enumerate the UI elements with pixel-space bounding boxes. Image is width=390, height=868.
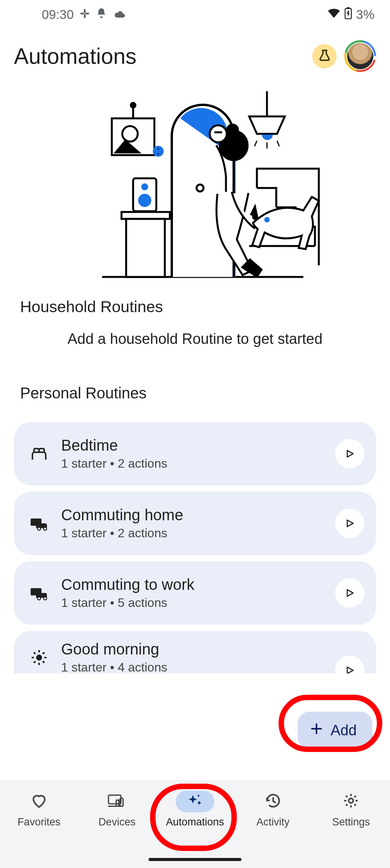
bottom-nav: Favorites Devices Automations Activity S…: [0, 780, 390, 868]
svg-point-18: [138, 194, 151, 207]
nav-automations[interactable]: Automations: [158, 791, 232, 828]
nav-label: Devices: [98, 816, 135, 828]
routine-subtitle: 1 starter • 2 actions: [61, 456, 335, 471]
fab-label: Add: [330, 722, 357, 739]
routine-subtitle: 1 starter • 5 actions: [61, 596, 335, 610]
cloud-icon: [113, 7, 126, 22]
routine-title: Bedtime: [61, 437, 335, 454]
svg-point-12: [131, 103, 135, 108]
page-title: Automations: [14, 43, 312, 69]
svg-point-17: [141, 183, 148, 190]
routine-card-commuting-work[interactable]: Commuting to work 1 starter • 5 actions: [14, 561, 376, 625]
status-right: 3%: [327, 7, 375, 22]
nav-label: Automations: [166, 816, 224, 828]
svg-line-27: [255, 141, 257, 146]
routine-card-commuting-home[interactable]: Commuting home 1 starter • 2 actions: [14, 492, 376, 555]
devices-icon: [108, 793, 126, 810]
routine-title: Commuting home: [61, 506, 335, 524]
routine-title: Commuting to work: [61, 576, 335, 593]
svg-point-23: [210, 125, 227, 142]
bell-icon: [96, 7, 107, 22]
wifi-icon: [327, 7, 340, 22]
heart-icon: [31, 792, 48, 811]
svg-point-37: [44, 597, 47, 600]
svg-point-31: [264, 217, 270, 222]
slack-icon: [79, 7, 90, 22]
plus-icon: [310, 722, 323, 739]
svg-point-51: [349, 798, 353, 803]
nav-label: Favorites: [17, 816, 60, 828]
commute-icon: [26, 585, 53, 601]
svg-line-43: [34, 652, 35, 654]
nav-label: Settings: [332, 816, 370, 828]
svg-point-38: [36, 654, 42, 660]
status-time: 09:30: [42, 7, 74, 22]
battery-text: 3%: [356, 7, 375, 22]
labs-button[interactable]: [312, 44, 337, 68]
svg-rect-50: [116, 800, 119, 806]
history-icon: [265, 792, 282, 811]
svg-line-45: [34, 661, 35, 663]
hero-illustration: [60, 84, 330, 285]
sun-icon: [26, 649, 53, 666]
gear-icon: [342, 792, 359, 811]
svg-point-36: [38, 597, 41, 600]
routine-title: Good morning: [61, 641, 335, 658]
svg-line-29: [277, 141, 279, 146]
routine-subtitle: 1 starter • 2 actions: [61, 526, 335, 540]
commute-icon: [26, 516, 53, 531]
header: Automations: [0, 29, 390, 76]
svg-rect-20: [126, 219, 165, 277]
routine-card-good-morning[interactable]: Good morning 1 starter • 4 actions: [14, 631, 376, 673]
profile-avatar[interactable]: [344, 40, 376, 72]
svg-point-14: [122, 126, 138, 142]
svg-rect-2: [80, 13, 84, 15]
svg-point-24: [227, 125, 238, 135]
battery-icon: [344, 7, 352, 22]
svg-rect-0: [84, 9, 86, 13]
svg-line-46: [43, 652, 44, 654]
gesture-bar[interactable]: [149, 858, 241, 861]
add-fab[interactable]: Add: [298, 712, 372, 749]
play-button[interactable]: [335, 509, 364, 538]
svg-line-44: [43, 661, 44, 663]
svg-rect-5: [347, 7, 350, 9]
svg-point-34: [44, 527, 47, 530]
status-left: 09:30: [42, 7, 126, 22]
nav-favorites[interactable]: Favorites: [2, 791, 76, 828]
nav-label: Activity: [257, 816, 290, 828]
status-bar: 09:30 3%: [0, 0, 390, 29]
routine-card-bedtime[interactable]: Bedtime 1 starter • 2 actions: [14, 422, 376, 485]
svg-rect-3: [85, 13, 89, 15]
personal-section-title: Personal Routines: [0, 382, 390, 416]
household-section-title: Household Routines: [0, 289, 390, 320]
household-empty-text: Add a household Routine to get started: [0, 320, 390, 382]
svg-point-33: [38, 527, 41, 530]
flask-icon: [318, 49, 331, 63]
play-button[interactable]: [335, 656, 364, 673]
nav-activity[interactable]: Activity: [236, 791, 310, 828]
svg-rect-1: [84, 14, 86, 18]
sparkle-icon: [186, 792, 204, 811]
play-button[interactable]: [335, 578, 364, 608]
svg-rect-19: [121, 212, 170, 219]
nav-settings[interactable]: Settings: [314, 791, 388, 828]
nav-devices[interactable]: Devices: [80, 791, 154, 828]
play-button[interactable]: [335, 439, 364, 468]
bed-icon: [26, 445, 53, 463]
routine-subtitle: 1 starter • 4 actions: [61, 660, 335, 673]
